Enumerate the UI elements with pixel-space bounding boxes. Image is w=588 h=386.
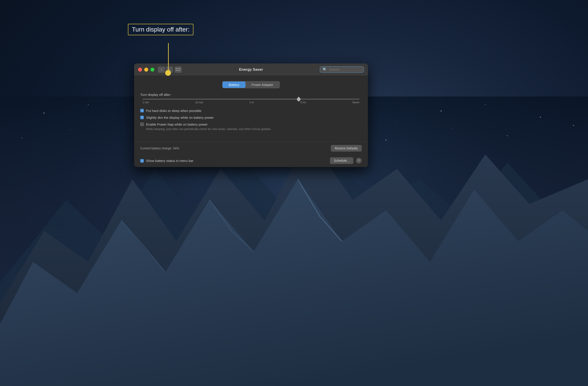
window-title: Energy Saver	[239, 67, 263, 72]
svg-point-13	[22, 137, 22, 138]
footer-bar: ✓ Show battery status in menu bar Schedu…	[134, 155, 368, 167]
search-box[interactable]: 🔍	[320, 66, 364, 73]
hard-disks-label: Put hard disks to sleep when possible	[146, 108, 201, 113]
slider-ticks: 1 min 15 min 1 hr 3 hrs Never	[143, 101, 359, 104]
tab-battery[interactable]: Battery	[223, 81, 246, 88]
slider-label: Turn display off after:	[140, 93, 362, 96]
slider-container[interactable]: 1 min 15 min 1 hr 3 hrs Never	[143, 99, 359, 104]
dim-display-checkbox[interactable]: ✓	[140, 116, 144, 119]
search-input[interactable]	[329, 68, 360, 71]
hard-disks-checkbox[interactable]: ✓	[140, 109, 144, 112]
power-nap-label: Enable Power Nap while on battery power …	[146, 122, 271, 131]
callout-dot	[165, 70, 171, 76]
svg-point-12	[540, 117, 541, 118]
svg-point-11	[485, 104, 486, 105]
restore-defaults-button[interactable]: Restore Defaults	[331, 145, 362, 152]
grid-icon	[176, 68, 181, 71]
close-button[interactable]	[138, 68, 142, 72]
help-button[interactable]: ?	[356, 158, 362, 163]
svg-point-2	[44, 113, 44, 114]
desktop-background	[0, 0, 588, 386]
list-item: ✓ Put hard disks to sleep when possible	[140, 108, 362, 113]
battery-status: Current battery charge: 34%	[140, 147, 179, 150]
svg-point-20	[452, 128, 452, 129]
show-battery-checkbox[interactable]: ✓	[140, 159, 144, 163]
tick-15min: 15 min	[195, 101, 203, 104]
energy-saver-window: ‹ › Energy Saver 🔍	[134, 63, 368, 167]
callout-label: Turn display off after:	[128, 24, 193, 35]
slider-track	[143, 99, 359, 99]
tab-power-adapter[interactable]: Power Adapter	[246, 81, 279, 88]
tick-1min: 1 min	[143, 101, 149, 104]
tick-1hr: 1 hr	[250, 101, 254, 104]
svg-point-22	[573, 125, 574, 126]
svg-point-3	[88, 104, 89, 105]
schedule-button[interactable]: Schedule...	[330, 157, 353, 164]
tab-bar: Battery Power Adapter	[140, 81, 362, 88]
power-nap-checkbox[interactable]	[140, 122, 144, 126]
tick-3hrs: 3 hrs	[300, 101, 306, 104]
svg-point-9	[397, 121, 397, 122]
search-icon: 🔍	[323, 67, 327, 72]
traffic-lights	[138, 68, 154, 72]
show-battery-label: Show battery status in menu bar	[146, 158, 193, 163]
list-item: Enable Power Nap while on battery power …	[140, 122, 362, 131]
tick-never: Never	[353, 101, 359, 104]
content-area: Battery Power Adapter Turn display off a…	[134, 76, 368, 139]
svg-point-19	[385, 139, 386, 140]
back-button[interactable]: ‹	[158, 67, 165, 73]
show-battery-row: ✓ Show battery status in menu bar	[140, 158, 193, 163]
list-item: ✓ Slightly dim the display while on batt…	[140, 115, 362, 120]
svg-point-10	[441, 111, 441, 112]
slider-section: Turn display off after: 1 min 15 min 1 h…	[140, 93, 362, 104]
bottom-bar: Current battery charge: 34% Restore Defa…	[134, 141, 368, 155]
checkbox-section: ✓ Put hard disks to sleep when possible …	[140, 108, 362, 131]
minimize-button[interactable]	[144, 68, 148, 72]
svg-point-14	[70, 129, 71, 130]
svg-point-21	[507, 135, 508, 136]
grid-button[interactable]	[175, 67, 182, 73]
footer-right: Schedule... ?	[330, 157, 362, 164]
tab-group: Battery Power Adapter	[222, 81, 280, 88]
dim-display-label: Slightly dim the display while on batter…	[146, 115, 214, 120]
callout-line	[168, 43, 169, 72]
maximize-button[interactable]	[150, 68, 154, 72]
